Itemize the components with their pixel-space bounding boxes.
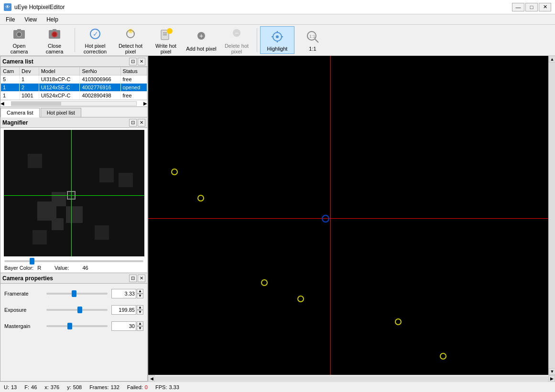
status-fps-label: FPS: [155,384,167,390]
table-row[interactable]: 1 2 UI124xSE-C 4002776916 opened [1,84,147,92]
mastergain-spinner[interactable]: ▲ ▼ [137,321,143,331]
cam-props-float-button[interactable]: ⊡ [129,275,137,282]
magnifier-close-button[interactable]: ✕ [138,119,145,127]
cell-model: UI318xCP-C [39,75,80,84]
mastergain-down[interactable]: ▼ [137,326,143,331]
delete-hot-pixel-button[interactable]: − Delete hot pixel [219,26,254,54]
col-cam[interactable]: Cam [1,67,20,75]
exposure-slider-thumb[interactable] [77,307,82,313]
table-row[interactable]: 5 1 UI318xCP-C 4103006966 free [1,75,147,84]
magnifier-slider-thumb[interactable] [30,258,34,265]
title-bar-controls[interactable]: — □ ✕ [512,3,551,11]
magnifier-slider[interactable] [4,260,143,262]
hotpixel-1 [171,169,178,175]
svg-text:1:1: 1:1 [309,34,316,39]
col-serno[interactable]: SerNo [80,67,120,75]
magnifier-panel-controls[interactable]: ⊡ ✕ [129,119,145,127]
menu-view[interactable]: View [21,15,41,24]
status-failed-value: 0 [145,384,148,390]
camera-table-container[interactable]: Cam Dev Model SerNo Status 5 1 UI318xCP-… [0,67,147,100]
framerate-down[interactable]: ▼ [137,294,143,298]
col-dev[interactable]: Dev [20,67,39,75]
detect-hot-pixel-button[interactable]: Detect hot pixel [113,26,148,54]
hot-pixel-correction-button[interactable]: ✓ Hot pixel correction [78,26,112,54]
vscroll-up[interactable]: ▲ [549,56,555,63]
hscroll-track-main[interactable] [155,376,548,381]
image-viewport[interactable] [148,56,548,375]
status-f: F: 46 [24,384,37,390]
left-panel: Camera list ⊡ ✕ Cam Dev Model SerNo Stat… [0,56,148,381]
menu-help[interactable]: Help [43,15,62,24]
cell-cam: 1 [1,92,20,100]
table-row[interactable]: 1 1001 UI524xCP-C 4002890498 free [1,92,147,100]
mastergain-label: Mastergain [4,323,43,329]
horizontal-scrollbar[interactable]: ◀ ▶ [148,375,555,381]
status-x-value: 376 [51,384,59,390]
maximize-button[interactable]: □ [525,3,538,11]
tab-hot-pixel-list[interactable]: Hot pixel list [41,108,81,117]
hscroll-track[interactable] [11,101,137,106]
vertical-scrollbar[interactable]: ▲ ▼ [548,56,555,375]
framerate-input[interactable] [111,289,136,298]
framerate-spinner[interactable]: ▲ ▼ [137,289,143,298]
framerate-slider[interactable] [46,293,108,295]
mastergain-input[interactable] [111,321,136,331]
exposure-slider[interactable] [46,309,108,311]
hscroll-right[interactable]: ▶ [143,101,147,106]
magnifier-slider-area [0,258,147,264]
open-camera-icon [11,26,27,42]
image-outer: ▲ ▼ ◀ ▶ [148,56,555,381]
cell-serno: 4002776916 [80,84,120,92]
toolbar: Open camera Close camera ✓ Hot pixel cor… [0,25,555,56]
menu-file[interactable]: File [2,15,19,24]
hscroll-left[interactable]: ◀ [0,101,4,106]
sep1 [75,28,75,52]
highlight-button[interactable]: Highlight [260,26,294,54]
panel-controls[interactable]: ⊡ ✕ [129,58,145,65]
close-button[interactable]: ✕ [539,3,551,11]
title-text: uEye HotpixelEditor [14,4,65,11]
framerate-up[interactable]: ▲ [137,289,143,294]
hotpixel-7 [440,353,446,360]
svg-text:−: − [235,29,239,37]
zoom-11-button[interactable]: 1:1 1:1 [295,26,330,54]
exposure-down[interactable]: ▼ [137,310,143,315]
exposure-spinner[interactable]: ▲ ▼ [137,305,143,315]
hscroll-left-btn[interactable]: ◀ [148,375,155,382]
camera-table-hscroll[interactable]: ◀ ▶ [0,100,147,106]
col-status[interactable]: Status [120,67,147,75]
svg-point-11 [130,30,131,32]
main-content: Camera list ⊡ ✕ Cam Dev Model SerNo Stat… [0,56,555,381]
framerate-slider-thumb[interactable] [72,290,76,297]
minimize-button[interactable]: — [512,3,524,11]
col-model[interactable]: Model [39,67,80,75]
mastergain-slider-thumb[interactable] [67,323,72,329]
cam-props-controls[interactable]: ⊡ ✕ [129,275,145,282]
open-camera-button[interactable]: Open camera [2,26,36,54]
exposure-input[interactable] [111,305,136,315]
tab-camera-list[interactable]: Camera list [0,108,40,117]
mastergain-up[interactable]: ▲ [137,321,143,326]
magnifier-float-button[interactable]: ⊡ [129,119,137,127]
hscroll-right-btn[interactable]: ▶ [548,375,555,382]
add-hot-pixel-button[interactable]: + Add hot pixel [184,26,218,54]
write-hot-pixel-button[interactable]: Write hot pixel [149,26,183,54]
cell-serno: 4103006966 [80,75,120,84]
status-frames: Frames: 132 [89,384,120,390]
hot-pixel-correction-icon: ✓ [87,26,103,42]
panel-float-button[interactable]: ⊡ [129,58,137,65]
hotpixel-5 [297,296,304,302]
close-camera-button[interactable]: Close camera [37,26,72,54]
panel-close-button[interactable]: ✕ [138,58,145,65]
exposure-label: Exposure [4,307,43,313]
cam-props-close-button[interactable]: ✕ [138,275,145,282]
hscroll-thumb[interactable] [11,102,61,106]
cell-serno: 4002890498 [80,92,120,100]
camera-properties-header: Camera properties ⊡ ✕ [0,273,147,284]
mastergain-slider[interactable] [46,325,108,327]
cell-cam: 1 [1,84,20,92]
vscroll-down[interactable]: ▼ [549,368,555,375]
exposure-up[interactable]: ▲ [137,305,143,310]
magnifier-crosshair-v [71,130,72,256]
vscroll-track[interactable] [549,63,555,368]
